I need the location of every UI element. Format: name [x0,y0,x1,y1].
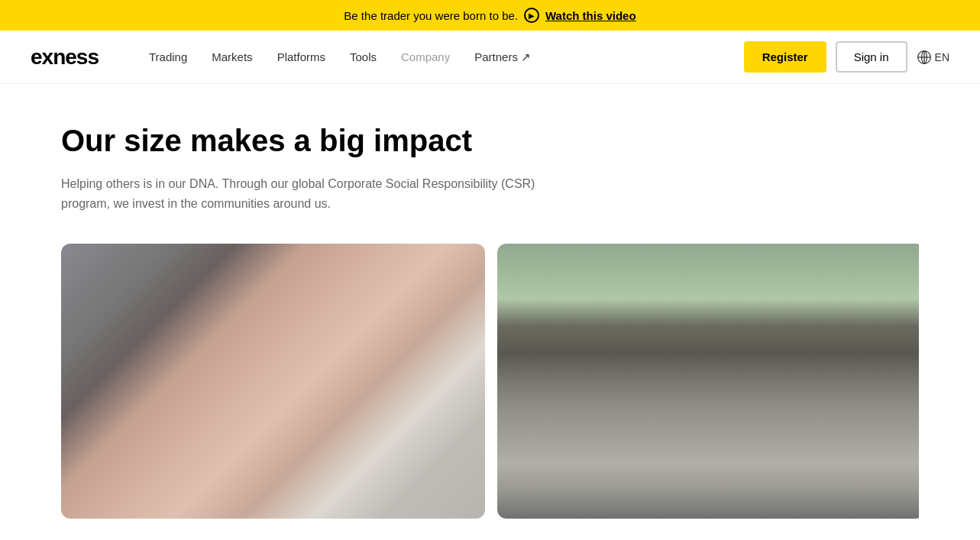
page-title: Our size makes a big impact [61,122,519,159]
globe-icon [917,50,932,65]
banner-text: Be the trader you were born to be. [344,9,518,22]
language-selector[interactable]: EN [917,50,949,65]
top-banner: Be the trader you were born to be. ▶ Wat… [0,0,980,31]
nav-tools[interactable]: Tools [338,43,389,71]
header-actions: Register Sign in EN [744,41,949,73]
register-button[interactable]: Register [744,41,826,73]
image-gallery [61,244,919,519]
nav-platforms[interactable]: Platforms [265,43,338,71]
main-nav: Trading Markets Platforms Tools Company … [137,43,744,72]
header: exness Trading Markets Platforms Tools C… [0,31,980,84]
play-icon: ▶ [524,8,539,23]
logo[interactable]: exness [31,45,99,70]
woman-photo [61,244,485,519]
signin-button[interactable]: Sign in [836,41,907,73]
nav-markets[interactable]: Markets [199,43,264,71]
nav-company[interactable]: Company [389,43,462,71]
page-subtitle: Helping others is in our DNA. Through ou… [61,174,565,213]
lang-label: EN [935,51,949,63]
audience-photo [497,244,919,519]
gallery-image-1 [61,244,485,519]
banner-link[interactable]: Watch this video [545,9,636,22]
main-content: Our size makes a big impact Helping othe… [0,84,980,540]
gallery-image-2 [497,244,919,519]
nav-partners[interactable]: Partners ↗ [462,43,543,72]
nav-trading[interactable]: Trading [137,43,199,71]
